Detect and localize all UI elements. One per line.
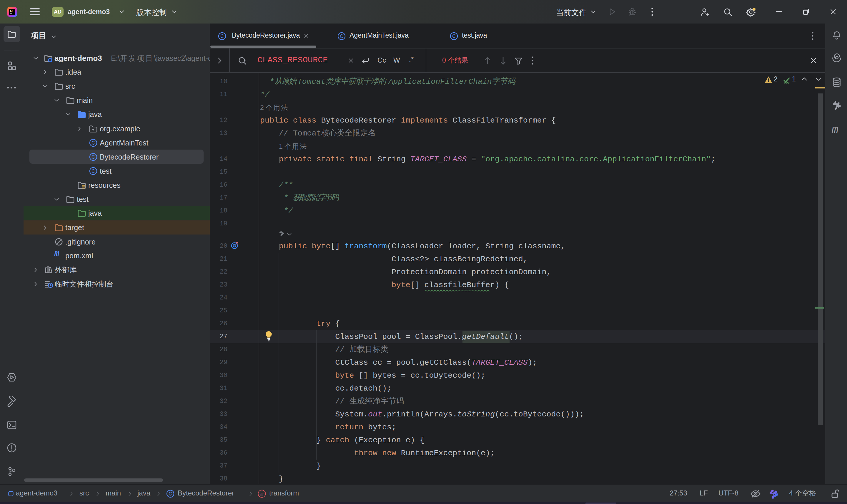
svg-text:C: C [220, 34, 224, 39]
svg-text:C: C [169, 491, 172, 497]
svg-text:m: m [260, 491, 263, 497]
svg-text:C: C [340, 34, 343, 39]
svg-text:C: C [452, 34, 456, 39]
